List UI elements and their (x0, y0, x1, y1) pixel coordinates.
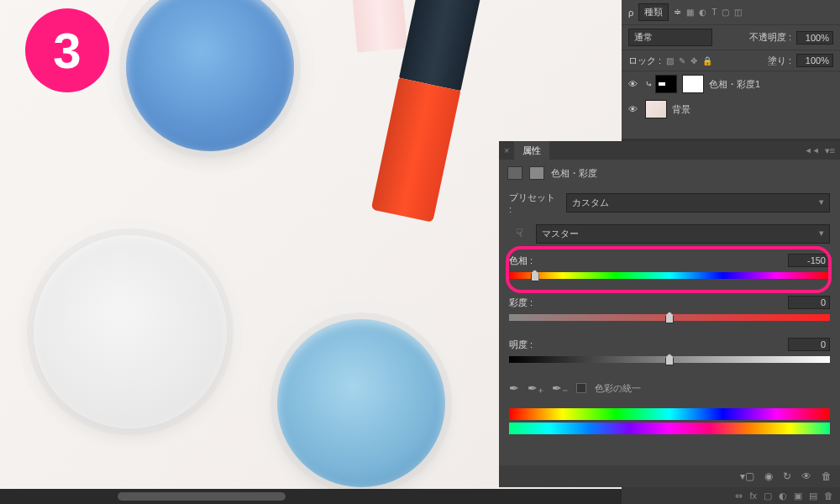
photo-object-compact-3 (34, 235, 227, 428)
reset-icon[interactable]: ↻ (783, 470, 791, 482)
new-adjustment-icon[interactable]: ◐ (779, 491, 787, 501)
photo-object-bottle (349, 0, 407, 52)
hue-spectrum-bars (499, 402, 840, 447)
hue-slider-thumb[interactable] (531, 270, 539, 281)
layer-filter-dropdown[interactable]: 種類 (638, 3, 669, 21)
filter-type-icon[interactable]: T (711, 8, 717, 17)
delete-layer-icon[interactable]: 🗑 (824, 491, 833, 501)
panel-collapse-icon[interactable]: ◄◄ (805, 146, 820, 155)
photo-object-compact-2 (277, 319, 445, 487)
properties-footer: ▾▢ ◉ ↻ 👁 🗑 (499, 465, 840, 487)
new-layer-icon[interactable]: ▤ (809, 491, 817, 501)
hue-value-input[interactable]: -150 (788, 254, 830, 267)
hue-output-spectrum (509, 423, 830, 434)
layers-panel: ρ 種類 ≑ ▦ ◐ T ▢ ◫ 通常 不透明度 : 100% ロック : ▨ … (622, 0, 840, 139)
clip-to-layer-icon[interactable]: ▾▢ (740, 470, 754, 482)
saturation-slider-thumb[interactable] (665, 312, 674, 323)
mask-type-icon (529, 166, 544, 180)
fill-value[interactable]: 100% (796, 54, 833, 67)
preset-dropdown[interactable]: カスタム (566, 193, 830, 213)
adjustment-type-icon (507, 166, 522, 180)
layer-item-adjustment[interactable]: 👁 ⤷ 色相・彩度1 (622, 71, 840, 97)
fill-label: 塗り : (768, 55, 791, 67)
hue-input-spectrum (509, 408, 830, 420)
lock-move-icon[interactable]: ✥ (690, 56, 697, 66)
preset-label: プリセット : (509, 192, 559, 214)
filter-smart-icon[interactable]: ◫ (734, 8, 742, 17)
new-group-icon[interactable]: ▣ (794, 491, 802, 501)
lock-label: ロック : (628, 55, 661, 67)
horizontal-scrollbar[interactable] (0, 489, 622, 504)
hue-slider-group: 色相 : -150 (499, 249, 840, 291)
opacity-value[interactable]: 100% (796, 31, 833, 45)
step-badge: 3 (25, 8, 109, 92)
lightness-slider-group: 明度 : 0 (499, 333, 840, 375)
lock-brush-icon[interactable]: ✎ (679, 56, 685, 66)
toggle-visibility-icon[interactable]: 👁 (801, 470, 811, 482)
lightness-slider-thumb[interactable] (665, 354, 674, 365)
layers-panel-footer: ⇔ fx ▢ ◐ ▣ ▤ 🗑 (622, 487, 840, 504)
layer-name[interactable]: 色相・彩度1 (709, 78, 760, 91)
scrollbar-thumb[interactable] (118, 492, 286, 501)
photo-object-compact-1 (126, 0, 294, 151)
lightness-value-input[interactable]: 0 (788, 338, 830, 351)
saturation-slider-group: 彩度 : 0 (499, 291, 840, 333)
view-previous-icon[interactable]: ◉ (764, 470, 773, 482)
eyedropper-icon[interactable]: ✒ (509, 381, 519, 395)
opacity-label: 不透明度 : (749, 31, 791, 44)
fx-icon[interactable]: fx (749, 491, 757, 501)
filter-pixel-icon[interactable]: ▦ (686, 8, 694, 17)
delete-adjustment-icon[interactable]: 🗑 (822, 470, 832, 482)
saturation-value-input[interactable]: 0 (788, 296, 830, 309)
layer-item-background[interactable]: 👁 背景 (622, 97, 840, 122)
adjustment-thumb-icon[interactable] (655, 75, 677, 93)
properties-tab[interactable]: 属性 (514, 141, 549, 160)
saturation-label: 彩度 : (509, 297, 533, 309)
panel-title: 色相・彩度 (551, 167, 597, 180)
layer-filter-icons[interactable]: ▦ ◐ T ▢ ◫ (686, 8, 742, 17)
link-layers-icon[interactable]: ⇔ (735, 491, 743, 501)
properties-panel: × 属性 ◄◄ ▾≡ 色相・彩度 プリセット : カスタム ☟ マスター 色相 … (499, 141, 840, 487)
add-mask-icon[interactable]: ▢ (764, 491, 772, 501)
lock-transparency-icon[interactable]: ▨ (666, 56, 674, 66)
lightness-label: 明度 : (509, 339, 533, 351)
layer-mask-thumb[interactable] (682, 75, 704, 93)
eyedropper-add-icon[interactable]: ✒₊ (528, 381, 543, 395)
visibility-toggle-icon[interactable]: 👁 (628, 104, 640, 114)
hue-slider-track[interactable] (509, 272, 830, 279)
colorize-checkbox[interactable] (576, 383, 586, 393)
saturation-slider-track[interactable] (509, 314, 830, 321)
hue-label: 色相 : (509, 255, 533, 267)
filter-adjust-icon[interactable]: ◐ (699, 8, 706, 17)
layer-thumb[interactable] (645, 100, 667, 118)
eyedropper-subtract-icon[interactable]: ✒₋ (552, 381, 568, 395)
channel-dropdown[interactable]: マスター (536, 224, 830, 244)
close-tab-icon[interactable]: × (504, 145, 509, 155)
filter-shape-icon[interactable]: ▢ (722, 8, 729, 17)
lock-all-icon[interactable]: 🔒 (702, 56, 712, 66)
blend-mode-dropdown[interactable]: 通常 (628, 29, 712, 46)
filter-type-label: ρ (628, 8, 633, 18)
visibility-toggle-icon[interactable]: 👁 (628, 79, 640, 89)
colorize-label: 色彩の統一 (595, 382, 641, 395)
lightness-slider-track[interactable] (509, 356, 830, 363)
panel-menu-icon[interactable]: ▾≡ (825, 145, 835, 156)
layer-name[interactable]: 背景 (672, 103, 690, 116)
targeted-adjust-icon[interactable]: ☟ (509, 226, 529, 243)
